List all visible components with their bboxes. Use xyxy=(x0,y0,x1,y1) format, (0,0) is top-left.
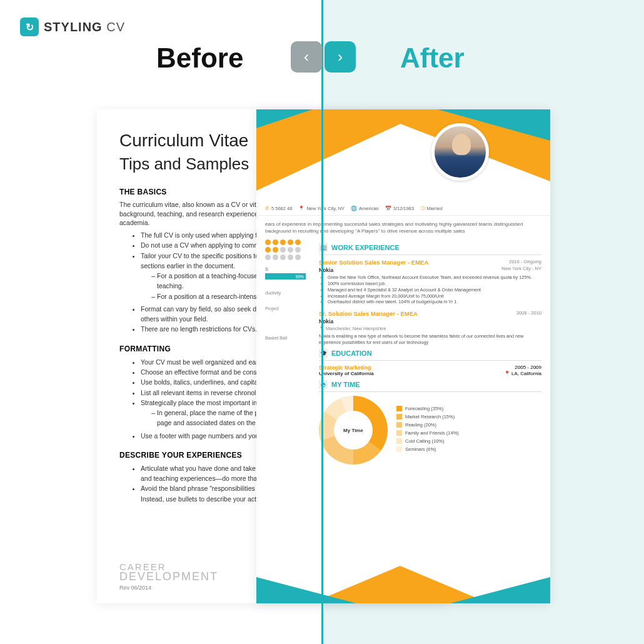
label-before: Before xyxy=(156,43,243,74)
job-company: Nokia xyxy=(319,318,541,325)
mytime-legend: Forecasting (35%) Market Research (15%) … xyxy=(396,406,459,455)
swatch xyxy=(396,414,402,420)
dob-value: 3/12/1983 xyxy=(393,206,414,211)
tag-item: Basket Ball xyxy=(265,336,310,340)
globe-icon: 🌐 xyxy=(351,206,357,211)
legend-label: Cold Calling (10%) xyxy=(405,438,445,444)
section-education: 🎓EDUCATION xyxy=(319,349,541,361)
brand-icon: ↻ xyxy=(20,18,39,36)
swatch xyxy=(396,446,402,452)
city-value: New York City, NY xyxy=(306,206,345,211)
edu-location: LA, California xyxy=(511,371,541,376)
prev-button[interactable]: ‹ xyxy=(291,41,322,73)
tag-item: Project xyxy=(265,306,310,311)
resume-summary: ears of experience in implementing succe… xyxy=(256,216,550,239)
graduation-icon: 🎓 xyxy=(319,349,328,358)
job-entry: Sr. Solution Sales Manager - EMEA2008 - … xyxy=(319,310,541,345)
edu-dates: 2005 - 2009 xyxy=(515,365,541,371)
mytime-donut-chart: My Time xyxy=(319,396,388,465)
comparison-divider[interactable] xyxy=(321,0,323,644)
job-title: Sr. Solution Sales Manager - EMEA xyxy=(319,310,418,317)
tag-item: ductivity xyxy=(265,291,310,295)
job-entry: Senior Solution Sales Manager - EMEA2016… xyxy=(319,259,541,305)
resume-header-graphic xyxy=(256,109,550,203)
clock-icon: ◔ xyxy=(319,380,328,389)
phone-value: 5 5682 48 xyxy=(271,206,292,211)
avatar-photo xyxy=(431,123,489,181)
job-desc: Nokia is enabling a new type of network … xyxy=(319,333,541,345)
skill-bar: 90% xyxy=(265,273,306,279)
pin-icon: 📍 xyxy=(298,206,304,211)
list-item: 100% commission based job. xyxy=(328,281,541,287)
skill-label: S xyxy=(265,266,310,272)
chevron-left-icon: ‹ xyxy=(304,48,309,66)
job-dates: 2008 - 2010 xyxy=(516,310,541,317)
phone-icon: ✆ xyxy=(265,206,269,211)
resume-left-col: S 90% ductivity Project Basket Ball xyxy=(265,239,310,465)
list-item: Managed and led 4 Specialist & 32 Analys… xyxy=(328,287,541,293)
legend-label: Family and Friends (14%) xyxy=(405,430,459,436)
comparison-nav: ‹ › xyxy=(291,41,356,73)
edu-title: Strategic Marketing xyxy=(319,365,371,371)
job-location: Manchester, New Hampshire xyxy=(326,326,386,331)
resume-right-col: 🏢WORK EXPERIENCE Senior Solution Sales M… xyxy=(319,239,541,465)
revision-date: Rev 06/2014 xyxy=(119,585,218,591)
list-item: Grew the New York Office, Northeast Acco… xyxy=(328,274,541,281)
legend-label: Seminars (6%) xyxy=(405,446,436,452)
label-after: After xyxy=(400,43,465,74)
calendar-icon: 📅 xyxy=(385,206,391,211)
donut-label: My Time xyxy=(343,428,363,433)
document-after: ✆5 5682 48 📍New York City, NY 🌐American … xyxy=(256,109,550,603)
brand-name: STYLING CV xyxy=(44,20,125,34)
next-button[interactable]: › xyxy=(325,41,356,73)
legend-label: Market Research (15%) xyxy=(405,414,455,420)
resume-footer-graphic xyxy=(256,566,550,603)
section-work: 🏢WORK EXPERIENCE xyxy=(319,243,541,255)
legend-label: Reading (20%) xyxy=(405,422,436,428)
ring-icon: ❍ xyxy=(420,206,425,211)
swatch xyxy=(396,406,402,411)
skill-dots xyxy=(265,239,310,260)
marital-value: Married xyxy=(426,206,442,211)
swatch xyxy=(396,430,402,436)
brand-logo[interactable]: ↻ STYLING CV xyxy=(20,18,125,36)
edu-university: University of California xyxy=(319,371,374,376)
nationality-value: American xyxy=(359,206,379,211)
legend-label: Forecasting (35%) xyxy=(405,406,443,411)
list-item: Increased Average Margin from 20,000/Uni… xyxy=(328,293,541,299)
swatch xyxy=(396,422,402,428)
contact-info-bar: ✆5 5682 48 📍New York City, NY 🌐American … xyxy=(256,203,550,216)
job-title: Senior Solution Sales Manager - EMEA xyxy=(319,259,428,266)
career-dev-logo: CAREER DEVELOPMENT xyxy=(119,563,218,582)
swatch xyxy=(396,438,402,444)
list-item: Overhauled district with new talent. 104… xyxy=(328,299,541,305)
briefcase-icon: 🏢 xyxy=(319,243,328,252)
chevron-right-icon: › xyxy=(338,48,343,66)
job-location: New York City - NY xyxy=(501,266,541,273)
job-dates: 2016 - Ongoing xyxy=(509,259,541,266)
section-mytime: ◔MY TIME xyxy=(319,380,541,392)
